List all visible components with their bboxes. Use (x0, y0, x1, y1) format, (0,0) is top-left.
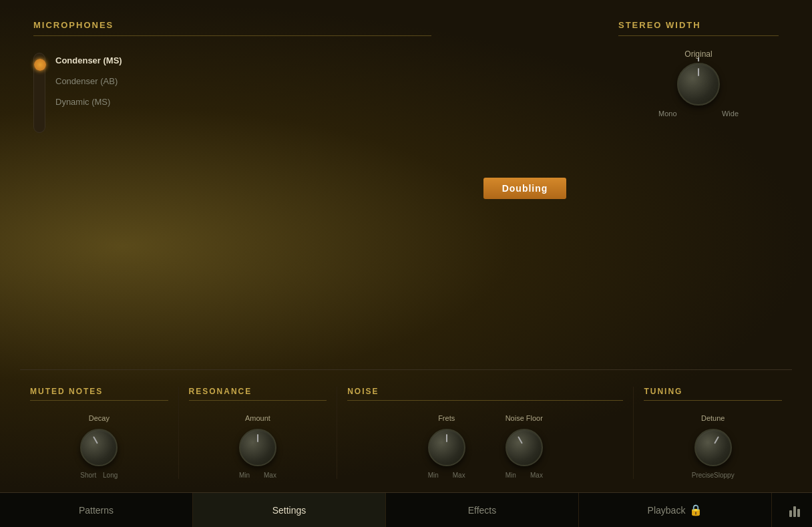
frets-knob-container: Frets Min Max (428, 414, 465, 479)
noise-floor-min: Min (505, 472, 516, 479)
main-content: MICROPHONES Condenser (MS) Condenser (AB… (0, 0, 812, 492)
decay-knob[interactable] (80, 429, 118, 466)
stereo-labels: Mono Wide (658, 110, 739, 118)
resonance-panel: RESONANCE Amount Min Max (179, 387, 338, 479)
main-divider (20, 369, 792, 370)
detune-knob[interactable] (694, 429, 732, 466)
stereo-label-mono: Mono (658, 110, 677, 118)
doubling-button[interactable]: Doubling (483, 178, 567, 199)
noise-knobs: Frets Min Max Noise Floor Min Max (347, 414, 623, 479)
amount-label: Amount (245, 414, 270, 422)
decay-knob-container: Decay Short Long (80, 414, 118, 479)
amount-max: Max (264, 472, 276, 479)
frets-label: Frets (438, 414, 455, 422)
bottom-nav: Patterns Settings Effects Playback 🔒 (0, 492, 812, 527)
mic-options: Condenser (MS) Condenser (AB) Dynamic (M… (55, 53, 122, 110)
mic-slider-track (33, 53, 45, 133)
detune-knob-container: Detune Precise Sloppy (692, 414, 735, 479)
mic-list: Condenser (MS) Condenser (AB) Dynamic (M… (33, 49, 431, 133)
stereo-width-panel: STEREO WIDTH Original Mono Wide (605, 13, 792, 363)
stereo-width-title: STEREO WIDTH (618, 20, 779, 36)
tab-patterns[interactable]: Patterns (0, 493, 193, 527)
stereo-tick (698, 57, 699, 61)
bars-icon (789, 504, 800, 517)
noise-floor-knob[interactable] (505, 429, 543, 466)
tab-bars[interactable] (772, 493, 812, 527)
resonance-title: RESONANCE (189, 387, 327, 401)
noise-panel: NOISE Frets Min Max Noise Floor Min Max (337, 387, 634, 479)
tab-settings[interactable]: Settings (193, 493, 386, 527)
noise-floor-labels: Min Max (505, 472, 543, 479)
amount-labels: Min Max (239, 472, 276, 479)
decay-max: Long (103, 472, 118, 479)
slider-thumb (34, 59, 46, 71)
microphones-title: MICROPHONES (33, 20, 431, 36)
tuning-title: TUNING (644, 387, 782, 401)
tuning-panel: TUNING Detune Precise Sloppy (634, 387, 792, 479)
mic-option-3[interactable]: Dynamic (MS) (55, 94, 122, 110)
stereo-label-wide: Wide (722, 110, 739, 118)
tuning-knobs: Detune Precise Sloppy (644, 414, 782, 479)
frets-labels: Min Max (428, 472, 465, 479)
detune-max: Sloppy (714, 472, 735, 479)
middle-panel: Doubling (458, 13, 592, 363)
detune-labels: Precise Sloppy (692, 472, 735, 479)
bottom-section: MUTED NOTES Decay Short Long RESONANCE A… (20, 377, 792, 479)
detune-label: Detune (701, 414, 725, 422)
noise-title: NOISE (347, 387, 623, 401)
detune-min: Precise (692, 472, 714, 479)
noise-floor-label: Noise Floor (505, 414, 543, 422)
muted-notes-panel: MUTED NOTES Decay Short Long (20, 387, 179, 479)
amount-knob-container: Amount Min Max (239, 414, 276, 479)
noise-floor-max: Max (530, 472, 543, 479)
mic-slider[interactable] (33, 53, 45, 133)
decay-min: Short (80, 472, 96, 479)
top-section: MICROPHONES Condenser (MS) Condenser (AB… (20, 13, 792, 363)
mic-option-1[interactable]: Condenser (MS) (55, 53, 122, 68)
decay-label: Decay (89, 414, 110, 422)
stereo-width-knob[interactable] (677, 63, 720, 106)
muted-notes-knobs: Decay Short Long (30, 414, 168, 479)
mic-option-2[interactable]: Condenser (AB) (55, 73, 122, 89)
resonance-knobs: Amount Min Max (189, 414, 327, 479)
frets-knob[interactable] (428, 429, 465, 466)
amount-min: Min (239, 472, 250, 479)
noise-floor-knob-container: Noise Floor Min Max (505, 414, 543, 479)
decay-labels: Short Long (80, 472, 118, 479)
frets-max: Max (453, 472, 465, 479)
amount-knob[interactable] (239, 429, 276, 466)
microphones-panel: MICROPHONES Condenser (MS) Condenser (AB… (20, 13, 445, 363)
stereo-knob-area: Original Mono Wide (618, 49, 779, 118)
tab-playback[interactable]: Playback 🔒 (579, 493, 772, 527)
frets-min: Min (428, 472, 439, 479)
lock-icon: 🔒 (689, 504, 702, 516)
muted-notes-title: MUTED NOTES (30, 387, 168, 401)
tab-effects[interactable]: Effects (386, 493, 579, 527)
stereo-knob-wrapper (677, 63, 720, 106)
